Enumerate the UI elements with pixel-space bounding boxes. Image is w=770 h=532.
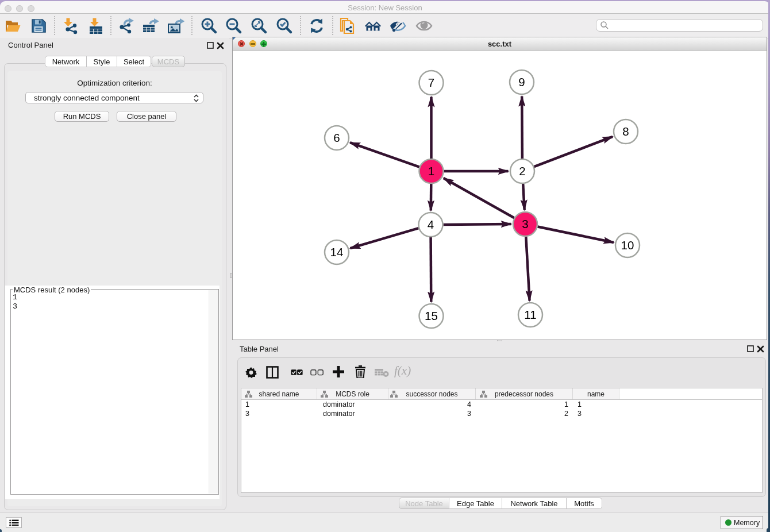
svg-text:1: 1 bbox=[428, 164, 434, 178]
svg-text:9: 9 bbox=[518, 75, 525, 88]
svg-text:11: 11 bbox=[524, 308, 536, 321]
svg-text:2: 2 bbox=[519, 164, 525, 178]
svg-text:10: 10 bbox=[621, 238, 634, 252]
svg-text:3: 3 bbox=[522, 217, 528, 230]
svg-text:8: 8 bbox=[622, 125, 629, 138]
svg-text:6: 6 bbox=[333, 131, 340, 144]
svg-text:15: 15 bbox=[425, 309, 438, 322]
svg-text:4: 4 bbox=[428, 218, 434, 231]
svg-text:7: 7 bbox=[428, 76, 434, 89]
svg-text:14: 14 bbox=[330, 245, 344, 259]
